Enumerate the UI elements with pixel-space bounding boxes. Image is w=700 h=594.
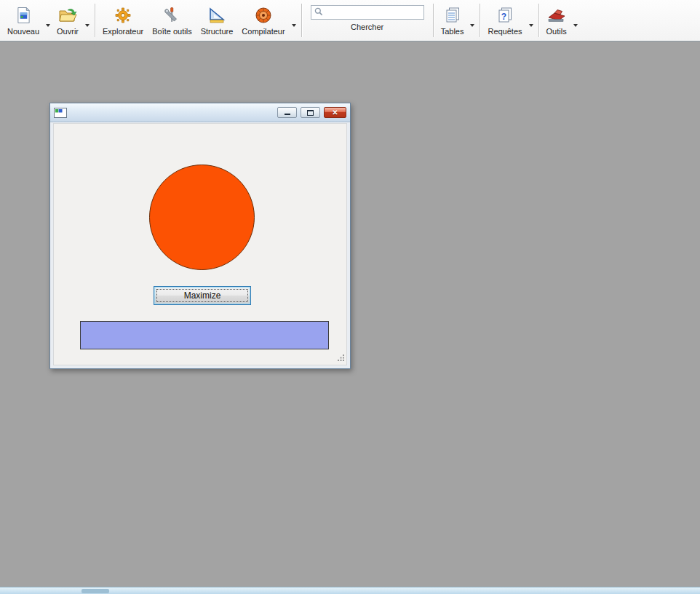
toolbar-button-explorateur[interactable]: Explorateur — [98, 1, 148, 39]
app-window[interactable]: ✕ Maximize — [49, 103, 351, 369]
toolbar-button-ouvrir[interactable]: Ouvrir — [52, 1, 92, 39]
search-box[interactable] — [311, 5, 424, 20]
toolbar-label: Boîte outils — [152, 27, 191, 36]
close-button[interactable]: ✕ — [324, 107, 346, 118]
open-folder-icon — [58, 6, 77, 25]
toolbar-label: Outils — [546, 27, 567, 36]
window-icon — [54, 108, 67, 118]
search-icon — [314, 6, 323, 19]
caption-buttons: ✕ — [277, 107, 346, 118]
maximize-button[interactable]: Maximize — [154, 286, 251, 305]
toolbar-label: Tables — [441, 27, 464, 36]
set-square-icon — [208, 6, 226, 25]
maximize-restore-button[interactable] — [301, 107, 320, 118]
toolbar-separator — [433, 4, 434, 37]
toolbar-button-compilateur[interactable]: Compilateur — [237, 1, 298, 39]
gear-icon — [114, 6, 132, 25]
toolbar-separator — [301, 4, 302, 37]
resize-grip[interactable] — [338, 351, 345, 364]
toolbar-label: Nouveau — [7, 27, 39, 36]
window-client-area: Maximize — [53, 123, 347, 365]
toolbar-button-tables[interactable]: Tables — [437, 1, 477, 39]
toolbar-label: Structure — [201, 27, 234, 36]
toolbar-separator — [480, 4, 480, 37]
chevron-down-icon[interactable] — [44, 14, 52, 27]
window-titlebar[interactable]: ✕ — [50, 103, 350, 122]
new-document-icon — [16, 6, 31, 25]
chevron-down-icon[interactable] — [527, 14, 536, 27]
search-input[interactable] — [326, 8, 421, 17]
toolbar-label: Explorateur — [103, 27, 143, 36]
search-group: Chercher — [305, 0, 430, 41]
toolbar-separator — [95, 4, 95, 37]
toolbar-button-outils[interactable]: Outils — [542, 1, 580, 39]
toolbar-label: Ouvrir — [57, 27, 79, 36]
orange-circle — [149, 165, 255, 270]
main-toolbar: Nouveau Ouvrir Explorateur Boîte outils — [0, 0, 700, 41]
chevron-down-icon[interactable] — [290, 14, 298, 27]
status-bar — [0, 587, 700, 594]
chevron-down-icon[interactable] — [468, 14, 477, 27]
minimize-button[interactable] — [277, 107, 297, 118]
blue-panel — [80, 321, 329, 349]
scrollbar-thumb[interactable] — [81, 589, 109, 593]
toolbar-button-boite-outils[interactable]: Boîte outils — [148, 1, 196, 39]
compiler-disc-icon — [255, 6, 272, 25]
toolbar-button-requetes[interactable]: ? Requêtes — [483, 1, 535, 39]
svg-text:?: ? — [501, 11, 506, 21]
toolbar-separator — [538, 4, 539, 37]
tools-plane-icon — [547, 6, 566, 25]
search-label: Chercher — [351, 23, 383, 31]
queries-pages-icon: ? — [496, 6, 514, 25]
tables-pages-icon — [444, 6, 461, 25]
toolbox-icon — [163, 6, 180, 25]
chevron-down-icon[interactable] — [571, 14, 580, 27]
toolbar-label: Requêtes — [488, 27, 522, 36]
toolbar-label: Compilateur — [242, 27, 285, 36]
toolbar-button-nouveau[interactable]: Nouveau — [3, 1, 52, 39]
chevron-down-icon[interactable] — [83, 14, 92, 27]
toolbar-button-structure[interactable]: Structure — [196, 1, 238, 39]
